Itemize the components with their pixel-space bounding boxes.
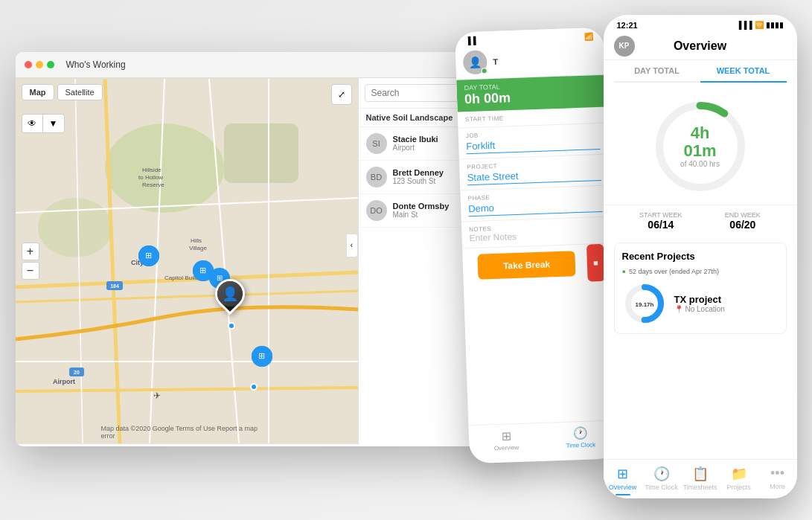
avatar: SI xyxy=(366,133,387,154)
svg-text:Hillside: Hillside xyxy=(142,167,162,173)
donut-text: 4h 01m of 40.00 hrs xyxy=(674,124,726,168)
project-name: TX project xyxy=(674,294,779,305)
svg-text:Hills: Hills xyxy=(191,237,202,244)
minimize-dot[interactable] xyxy=(36,61,43,68)
nav2-more[interactable]: ••• More xyxy=(758,466,797,495)
wifi-icon: 📶 xyxy=(584,32,593,40)
project-info: TX project 📍 No Location xyxy=(674,294,779,313)
kp-avatar: KP xyxy=(614,36,635,57)
close-dot[interactable] xyxy=(25,61,32,68)
nav2-time-clock[interactable]: 🕐 Time Clock xyxy=(642,466,681,495)
desktop-content: Hillside to Hollow Reserve City Capitol … xyxy=(16,78,507,444)
svg-rect-2 xyxy=(224,123,298,183)
projects-icon: 📁 xyxy=(731,466,747,482)
recent-projects-title: Recent Projects xyxy=(622,251,779,262)
map-area[interactable]: Hillside to Hollow Reserve City Capitol … xyxy=(16,78,358,444)
week-row: Start Week 06/14 End Week 06/20 xyxy=(604,205,797,237)
time-clock-icon: 🕐 xyxy=(653,466,670,482)
time-clock-icon: 🕐 xyxy=(572,426,588,440)
eye-icon[interactable]: 👁 xyxy=(22,115,43,132)
avatar: BD xyxy=(366,167,387,187)
wifi-icon: 🛜 xyxy=(755,21,764,29)
notes-field[interactable]: NOTES Enter Notes xyxy=(461,216,610,248)
nav2-projects[interactable]: 📁 Projects xyxy=(720,466,758,495)
phone2-header: KP Overview xyxy=(604,33,797,60)
eye-toggle[interactable]: ▼ xyxy=(43,115,64,132)
maximize-dot[interactable] xyxy=(47,61,54,68)
timesheets-icon: 📋 xyxy=(692,466,709,482)
time-clock-label: Time Clock xyxy=(645,484,678,491)
phone-1: ▐▐ 📶 👤 T DAY TOTAL 0h 00m Start Time xyxy=(454,27,618,463)
start-week: Start Week 06/14 xyxy=(639,211,682,231)
svg-point-1 xyxy=(105,123,224,213)
phone1-content: 👤 T DAY TOTAL 0h 00m Start Time JOB Fork… xyxy=(455,41,618,457)
person-pin[interactable]: 👤 xyxy=(215,279,248,316)
eye-control[interactable]: 👁 ▼ xyxy=(22,114,65,133)
avatar: DO xyxy=(366,200,387,221)
overview-label: Overview xyxy=(493,444,519,452)
end-week-label: End Week xyxy=(725,211,761,219)
phone1-user-name: T xyxy=(493,54,597,66)
svg-point-3 xyxy=(38,198,112,257)
phone1-avatar: 👤 xyxy=(462,50,487,74)
window-controls xyxy=(25,61,54,68)
svg-text:Village: Village xyxy=(189,245,207,251)
timesheets-label: Timesheets xyxy=(682,484,717,491)
phase-field[interactable]: PHASE Demo xyxy=(460,185,610,222)
donut-time: 4h 01m xyxy=(674,124,726,160)
phone2-time: 12:21 xyxy=(617,21,638,30)
donut-sub: of 40.00 hrs xyxy=(674,160,726,168)
day-total-bar: DAY TOTAL 0h 00m xyxy=(456,74,606,112)
svg-text:to Hollow: to Hollow xyxy=(138,174,163,181)
end-week: End Week 06/20 xyxy=(725,211,761,231)
phone2-bottom-nav: ⊞ Overview 🕐 Time Clock 📋 Timesheets 📁 P… xyxy=(604,459,797,498)
overview-icon: ⊞ xyxy=(617,466,628,482)
nav2-timesheets[interactable]: 📋 Timesheets xyxy=(681,466,720,495)
svg-text:Airport: Airport xyxy=(53,378,75,385)
location-dot-2 xyxy=(250,383,258,391)
svg-text:20: 20 xyxy=(74,370,80,375)
more-label: More xyxy=(770,483,785,490)
nav2-overview[interactable]: ⊞ Overview xyxy=(604,466,642,495)
phone1-header: 👤 T xyxy=(455,41,604,80)
donut-chart: 4h 01m of 40.00 hrs xyxy=(648,94,752,199)
tab-week-total[interactable]: WEEK TOTAL xyxy=(700,60,787,83)
zoom-in-button[interactable]: + xyxy=(22,243,39,260)
tabs-row: DAY TOTAL WEEK TOTAL xyxy=(614,60,787,83)
map-tab-button[interactable]: Map xyxy=(22,84,54,100)
action-buttons: Take Break ■ xyxy=(462,243,613,286)
job-field[interactable]: JOB Forklift xyxy=(458,123,607,159)
project-notice: 52 days over (ended Apr 27th) xyxy=(622,268,779,275)
svg-text:19.17h: 19.17h xyxy=(635,301,653,308)
start-time-label: Start Time xyxy=(464,111,598,122)
window-title: Who's Working xyxy=(66,60,126,70)
nav-overview[interactable]: ⊞ Overview xyxy=(468,427,543,452)
zoom-controls: + − xyxy=(22,243,39,280)
satellite-tab-button[interactable]: Satellite xyxy=(57,84,103,100)
map-controls: Map Satellite xyxy=(22,84,103,100)
more-icon: ••• xyxy=(770,466,784,481)
building-pin-1[interactable]: ⊞ xyxy=(138,245,159,266)
panel-expand-button[interactable]: ‹ xyxy=(346,234,358,257)
start-week-label: Start Week xyxy=(639,211,682,219)
signal-icon: ▐▐ xyxy=(465,36,476,44)
svg-text:✈: ✈ xyxy=(153,391,161,401)
end-week-value: 06/20 xyxy=(725,219,761,231)
take-break-button[interactable]: Take Break xyxy=(477,251,575,280)
signal-bars: ▐▐▐ xyxy=(736,21,752,29)
phone-2: 12:21 ▐▐▐ 🛜 ▮▮▮▮ KP Overview DAY TOTAL W… xyxy=(604,15,797,498)
online-indicator xyxy=(481,68,487,74)
project-field[interactable]: PROJECT State Street xyxy=(458,154,608,190)
building-pin-4[interactable]: ⊞ xyxy=(252,346,272,367)
project-card[interactable]: 19.17h TX project 📍 No Location xyxy=(622,281,779,326)
svg-text:184: 184 xyxy=(110,283,119,289)
tab-day-total[interactable]: DAY TOTAL xyxy=(614,60,700,81)
status-icons: 📶 xyxy=(584,32,593,40)
titlebar: Who's Working ? xyxy=(16,52,507,78)
stop-button[interactable]: ■ xyxy=(586,243,604,281)
phone2-title: Overview xyxy=(641,39,760,53)
fullscreen-button[interactable]: ⤢ xyxy=(331,84,352,105)
map-attribution: Map data ©2020 Google Terms of Use Repor… xyxy=(101,425,272,440)
desktop-window: Who's Working ? xyxy=(16,52,507,446)
zoom-out-button[interactable]: − xyxy=(22,262,39,280)
